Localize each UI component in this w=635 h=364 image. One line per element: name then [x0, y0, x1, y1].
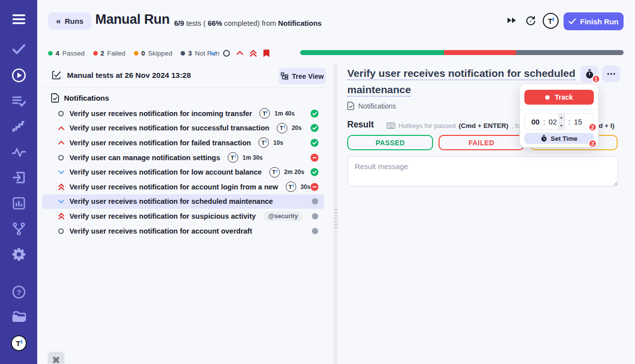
record-dot-icon	[545, 95, 550, 100]
runs-check-icon[interactable]	[0, 44, 37, 55]
test-row[interactable]: Verify user receives notification for sc…	[42, 194, 324, 209]
test-duration: 1m 40s	[274, 110, 295, 117]
test-row[interactable]: Verify user receives notification for ac…	[42, 224, 324, 239]
test-row[interactable]: Verify user receives notification for lo…	[42, 165, 324, 180]
clipboard-check-icon	[51, 70, 62, 80]
breadcrumb-file-icon	[347, 102, 354, 110]
tests-ratio: 6/9	[174, 19, 184, 27]
chevrons-left-icon: «	[56, 16, 61, 26]
sidebar: ? T	[0, 0, 37, 364]
priority-normal-icon	[58, 111, 64, 117]
tree-view-icon	[281, 72, 288, 80]
status-passed-icon	[311, 110, 318, 118]
fast-forward-icon[interactable]	[507, 17, 516, 26]
status-count-failed[interactable]: 2Failed	[93, 50, 126, 57]
brand-logo[interactable]: T	[543, 13, 559, 29]
check-icon	[569, 18, 576, 24]
track-button[interactable]: Track	[524, 90, 594, 105]
app-logo[interactable]: T	[0, 335, 37, 351]
passed-button[interactable]: PASSED	[347, 135, 433, 150]
branches-icon[interactable]	[0, 222, 37, 236]
percent-completed: 66%	[208, 19, 222, 27]
test-row[interactable]: Verify user receives notification for in…	[42, 106, 324, 121]
run-source: Notifications	[278, 19, 322, 27]
status-count-skipped[interactable]: 0Skipped	[134, 50, 172, 57]
test-plans-icon[interactable]	[0, 95, 37, 107]
more-actions-button[interactable]	[602, 65, 620, 82]
pulse-icon[interactable]	[0, 147, 37, 158]
suite-file-icon	[51, 93, 59, 103]
set-time-label: Set Time	[551, 135, 577, 142]
status-counts: 4Passed2Failed0Skipped3Not Run	[48, 49, 219, 57]
panel-splitter[interactable]	[333, 63, 338, 364]
run-progress-bar[interactable]	[300, 50, 624, 55]
failed-button[interactable]: FAILED	[439, 135, 524, 150]
finish-run-button[interactable]: Finish Run	[564, 12, 624, 30]
steps-icon[interactable]	[0, 121, 37, 133]
chevron-down-filter-icon[interactable]	[209, 51, 217, 56]
command-palette-button[interactable]: ⌘	[48, 352, 64, 364]
analytics-icon[interactable]	[0, 197, 37, 210]
breadcrumb-label: Notifications	[358, 102, 396, 110]
settings-gear-icon[interactable]	[0, 247, 37, 262]
run-title: Manual tests at 26 Nov 2024 13:28	[67, 71, 191, 80]
hours-value[interactable]: 00	[531, 118, 540, 126]
annotation-badge-1: 1	[592, 75, 600, 83]
menu-icon[interactable]	[0, 14, 37, 25]
automation-logo-icon: T	[277, 123, 287, 133]
result-message-input[interactable]	[347, 156, 618, 186]
play-circle-icon[interactable]	[0, 68, 37, 83]
circle-filter-icon[interactable]	[223, 50, 230, 57]
bookmark-filter-icon[interactable]	[263, 49, 270, 58]
test-row[interactable]: Verify user receives notification for ac…	[42, 180, 324, 194]
projects-folder-icon[interactable]	[0, 310, 37, 323]
minutes-stepper[interactable]: ▲▼	[558, 114, 565, 129]
status-count-passed[interactable]: 4Passed	[48, 50, 85, 57]
annotation-badge-2: 2	[588, 123, 597, 131]
test-row[interactable]: Verify user receives notification for su…	[42, 209, 324, 224]
status-failed-icon	[311, 183, 318, 191]
tree-view-button[interactable]: Tree View	[279, 68, 326, 84]
time-input[interactable]: 00 : 02 ▲▼ : 15	[524, 113, 594, 130]
test-tag[interactable]: @security	[263, 211, 303, 221]
chevron-up-filter-icon[interactable]	[236, 51, 244, 56]
status-dot-icon	[48, 51, 53, 56]
status-failed-icon	[311, 154, 318, 162]
result-heading: Result	[347, 120, 374, 130]
breadcrumb[interactable]: Notifications	[347, 102, 396, 110]
tree-view-label: Tree View	[292, 72, 323, 80]
status-dot-icon	[93, 51, 98, 56]
timer-popup: Track 00 : 02 ▲▼ : 15 Set Time	[520, 84, 598, 147]
step-down-icon[interactable]: ▼	[558, 122, 565, 130]
keyboard-icon	[386, 122, 395, 129]
status-notrun-icon	[312, 228, 318, 235]
app-window: ? T « Runs Manual Run 6/9 tests ( 66% co…	[0, 0, 635, 364]
test-duration: 20s	[292, 124, 302, 131]
test-row[interactable]: Verify user receives notification for su…	[42, 121, 324, 136]
automation-logo-icon: T	[228, 152, 238, 163]
back-to-runs-button[interactable]: « Runs	[48, 12, 91, 30]
test-row[interactable]: Verify user receives notification for fa…	[42, 135, 324, 150]
page-title: Manual Run	[95, 12, 170, 27]
test-row[interactable]: Verify user can manage notification sett…	[42, 150, 324, 165]
chevrons-up-filter-icon[interactable]	[250, 50, 257, 57]
test-duration: 10s	[273, 139, 283, 146]
status-passed-icon	[311, 168, 318, 176]
status-notrun-icon	[312, 213, 318, 220]
progress-segment-not_run	[516, 50, 624, 55]
timer-history-icon[interactable]	[525, 15, 536, 28]
step-up-icon[interactable]: ▲	[558, 114, 565, 121]
test-duration: 2m 20s	[284, 169, 305, 176]
minutes-value[interactable]: 02	[549, 118, 557, 126]
test-duration: 30s	[301, 183, 311, 190]
suite-folder[interactable]: Notifications	[51, 93, 109, 103]
priority-normal-icon	[58, 155, 64, 161]
panel-divider	[42, 87, 326, 88]
set-time-button[interactable]: Set Time	[524, 133, 594, 144]
seconds-value[interactable]: 15	[574, 118, 582, 126]
automation-logo-icon: T	[286, 182, 296, 192]
import-icon[interactable]	[0, 171, 37, 184]
help-icon[interactable]: ?	[0, 285, 37, 299]
hotkey-passed: (Cmd + ENTER)	[459, 122, 508, 129]
set-time-icon	[541, 135, 547, 142]
